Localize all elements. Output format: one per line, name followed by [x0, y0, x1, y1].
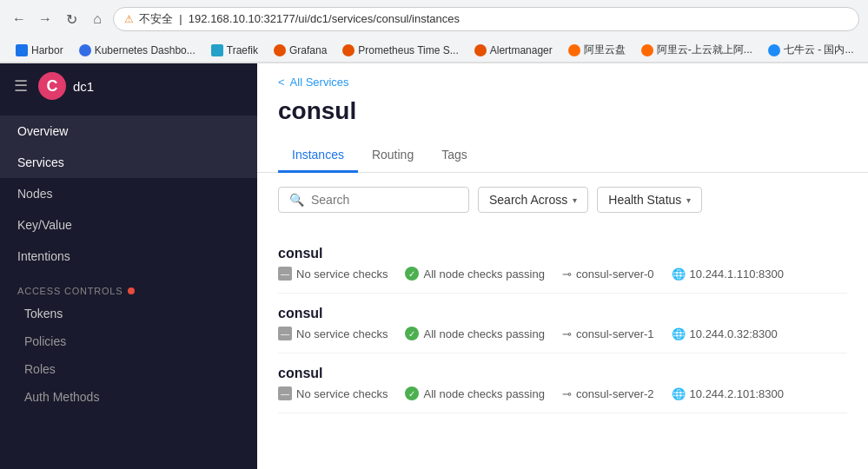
menu-icon[interactable]: ☰ — [14, 76, 28, 96]
address-1: 🌐 10.244.0.32:8300 — [672, 327, 778, 340]
sidebar-item-services[interactable]: Services — [0, 147, 257, 178]
qiniu-favicon — [768, 44, 780, 56]
address-0: 🌐 10.244.1.110:8300 — [672, 268, 784, 281]
pass-check-icon-1: ✓ — [405, 327, 419, 340]
node-name-text-1: consul-server-1 — [576, 327, 654, 340]
globe-icon-1: 🌐 — [672, 327, 686, 340]
url-text: 192.168.10.10:32177/ui/dc1/services/cons… — [189, 12, 460, 25]
instances-list: consul — No service checks ✓ All node ch… — [257, 227, 868, 420]
pass-check-icon-0: ✓ — [405, 267, 419, 281]
filters-bar: 🔍 Search Across ▾ Health Status ▾ — [257, 173, 868, 227]
search-box: 🔍 — [278, 187, 469, 213]
access-controls-label: ACCESS CONTROLS — [17, 286, 123, 296]
neutral-check-icon-0: — — [278, 267, 292, 281]
harbor-favicon — [16, 44, 28, 56]
prometheus-label: Prometheus Time S... — [358, 44, 458, 56]
home-button[interactable]: ⌂ — [87, 9, 108, 30]
address-2: 🌐 10.244.2.101:8300 — [672, 387, 784, 400]
bookmark-aliyun2[interactable]: 阿里云-上云就上阿... — [634, 41, 759, 59]
bookmark-aliyun[interactable]: 阿里云盘 — [561, 41, 633, 59]
sidebar-item-nodes[interactable]: Nodes — [0, 178, 257, 209]
tab-instances[interactable]: Instances — [278, 139, 358, 173]
alertmanager-label: Alertmanager — [490, 44, 553, 56]
instance-item-1: consul — No service checks ✓ All node ch… — [278, 294, 847, 353]
traefik-favicon — [211, 44, 223, 56]
k8s-label: Kubernetes Dashbo... — [95, 44, 195, 56]
sidebar-item-roles[interactable]: Roles — [0, 355, 257, 383]
page-title: consul — [257, 94, 868, 139]
access-controls-section: ACCESS CONTROLS — [0, 279, 257, 300]
tab-tags[interactable]: Tags — [427, 139, 481, 173]
aliyun-label: 阿里云盘 — [584, 43, 626, 57]
bookmark-k8s[interactable]: Kubernetes Dashbo... — [72, 43, 202, 58]
qiniu-label: 七牛云 - 国内... — [784, 43, 854, 57]
neutral-check-icon-2: — — [278, 386, 292, 400]
sidebar-item-keyvalue[interactable]: Key/Value — [0, 209, 257, 241]
sidebar-item-overview[interactable]: Overview — [0, 116, 257, 147]
instance-name-2[interactable]: consul — [278, 366, 847, 381]
bookmarks-bar: Harbor Kubernetes Dashbo... Traefik Graf… — [0, 38, 868, 63]
address-bar[interactable]: ⚠ 不安全 | 192.168.10.10:32177/ui/dc1/servi… — [113, 7, 859, 31]
health-status-dropdown[interactable]: Health Status ▾ — [597, 187, 702, 213]
node-icon-1: ⊸ — [562, 327, 572, 340]
refresh-button[interactable]: ↻ — [61, 9, 82, 30]
node-name-1: ⊸ consul-server-1 — [562, 327, 654, 340]
k8s-favicon — [79, 44, 91, 56]
instance-item-0: consul — No service checks ✓ All node ch… — [278, 234, 847, 294]
aliyun-favicon — [568, 44, 580, 56]
security-label: 不安全 — [139, 12, 173, 25]
pass-check-icon-2: ✓ — [405, 386, 419, 400]
tabs: Instances Routing Tags — [257, 139, 868, 173]
bookmark-traefik[interactable]: Traefik — [204, 43, 265, 58]
node-checks-label-1: All node checks passing — [423, 327, 544, 340]
sidebar-item-tokens[interactable]: Tokens — [0, 300, 257, 327]
breadcrumb: < All Services — [257, 63, 868, 94]
no-checks-label-2: No service checks — [296, 387, 388, 400]
main-content: < All Services consul Instances Routing … — [257, 63, 868, 469]
harbor-label: Harbor — [31, 44, 63, 56]
instance-name-0[interactable]: consul — [278, 246, 847, 261]
no-service-checks-2: — No service checks — [278, 386, 388, 400]
no-service-checks-1: — No service checks — [278, 327, 388, 340]
search-across-chevron: ▾ — [573, 195, 577, 205]
security-icon: ⚠ — [124, 13, 134, 25]
sidebar-item-intentions[interactable]: Intentions — [0, 241, 257, 272]
node-name-0: ⊸ consul-server-0 — [562, 268, 654, 281]
search-icon: 🔍 — [289, 193, 304, 207]
address-text: 不安全 | 192.168.10.10:32177/ui/dc1/service… — [139, 11, 460, 27]
top-nav: ☰ C dc1 — [0, 63, 257, 109]
back-button[interactable]: ← — [9, 9, 30, 30]
access-controls-dot — [128, 287, 135, 294]
search-input[interactable] — [311, 193, 458, 207]
consul-icon: C — [38, 72, 66, 100]
bookmark-alertmanager[interactable]: Alertmanager — [467, 43, 560, 58]
breadcrumb-chevron: < — [278, 76, 285, 89]
node-checks-label-2: All node checks passing — [423, 387, 544, 400]
dc-label: dc1 — [73, 79, 94, 94]
address-text-0: 10.244.1.110:8300 — [690, 268, 784, 281]
bookmark-harbor[interactable]: Harbor — [9, 43, 70, 58]
health-status-label: Health Status — [608, 193, 681, 207]
breadcrumb-link[interactable]: All Services — [290, 76, 349, 89]
node-name-text-0: consul-server-0 — [576, 268, 654, 281]
search-across-dropdown[interactable]: Search Across ▾ — [478, 187, 588, 213]
sidebar-item-policies[interactable]: Policies — [0, 327, 257, 355]
node-checks-1: ✓ All node checks passing — [405, 327, 544, 340]
instance-item-2: consul — No service checks ✓ All node ch… — [278, 353, 847, 413]
grafana-favicon — [274, 44, 286, 56]
aliyun2-label: 阿里云-上云就上阿... — [657, 43, 752, 57]
address-text-1: 10.244.0.32:8300 — [690, 327, 778, 340]
aliyun2-favicon — [641, 44, 653, 56]
node-icon-2: ⊸ — [562, 387, 572, 400]
health-status-chevron: ▾ — [686, 195, 691, 205]
sidebar-item-auth-methods[interactable]: Auth Methods — [0, 383, 257, 411]
forward-button[interactable]: → — [35, 9, 56, 30]
node-checks-2: ✓ All node checks passing — [405, 386, 544, 400]
bookmark-qiniu[interactable]: 七牛云 - 国内... — [761, 41, 861, 59]
bookmark-grafana[interactable]: Grafana — [267, 43, 334, 58]
bookmark-prometheus[interactable]: Prometheus Time S... — [335, 43, 465, 58]
tab-routing[interactable]: Routing — [358, 139, 427, 173]
no-checks-label-1: No service checks — [296, 327, 388, 340]
node-name-text-2: consul-server-2 — [576, 387, 654, 400]
instance-name-1[interactable]: consul — [278, 306, 847, 321]
